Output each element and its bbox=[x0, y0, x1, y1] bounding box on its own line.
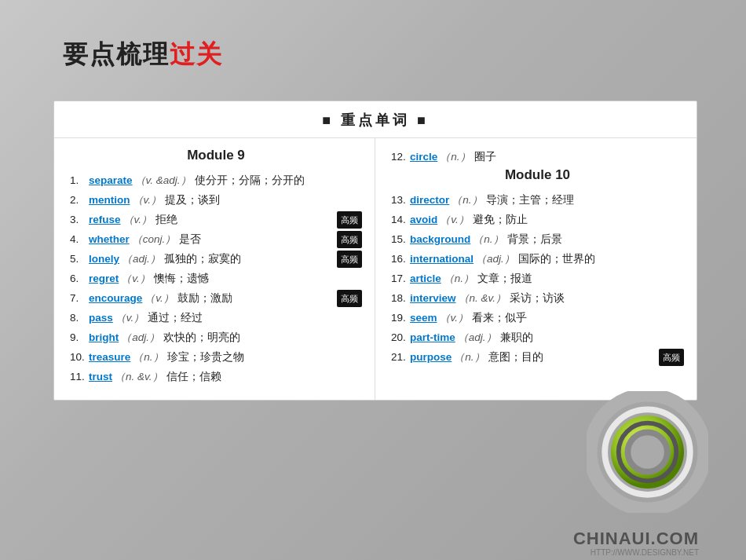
vocab-item-lonely: 5. lonely （adj.） 孤独的；寂寞的 高频 bbox=[70, 250, 362, 269]
title-area: 要点梳理过关 bbox=[63, 38, 223, 72]
vocab-item-director: 13. director （n.） 导演；主管；经理 bbox=[391, 191, 684, 210]
vocab-item-treasure: 10. treasure （n.） 珍宝；珍贵之物 bbox=[70, 348, 362, 368]
badge-purpose: 高频 bbox=[659, 349, 684, 366]
badge-refuse: 高频 bbox=[337, 211, 362, 229]
vocab-item-circle: 12. circle （n.） 圈子 bbox=[391, 148, 684, 167]
vocab-item-mention: 2. mention （v.） 提及；谈到 bbox=[70, 191, 362, 210]
decorative-circle bbox=[587, 391, 708, 513]
vocab-item-seem: 19. seem （v.） 看来；似乎 bbox=[391, 309, 684, 328]
vocab-item-purpose: 21. purpose （n.） 意图；目的 高频 bbox=[391, 348, 684, 368]
vocab-item-interview: 18. interview （n. &v.） 采访；访谈 bbox=[391, 289, 684, 309]
url-watermark: HTTP://WWW.DESIGNBY.NET bbox=[591, 548, 699, 557]
vocab-card: ■ 重点单词 ■ Module 9 1. separate （v. &adj.）… bbox=[53, 101, 697, 401]
vocab-item-bright: 9. bright （adj.） 欢快的；明亮的 bbox=[70, 328, 362, 348]
watermark: CHINAUI.COM bbox=[573, 529, 699, 549]
card-body: Module 9 1. separate （v. &adj.） 使分开；分隔；分… bbox=[54, 138, 697, 400]
module9-column: Module 9 1. separate （v. &adj.） 使分开；分隔；分… bbox=[54, 138, 375, 400]
vocab-item-regret: 6. regret （v.） 懊悔；遗憾 bbox=[70, 269, 362, 289]
module9-title: Module 9 bbox=[70, 148, 362, 163]
title-text: 要点梳理过关 bbox=[63, 40, 223, 68]
vocab-item-international: 16. international （adj.） 国际的；世界的 bbox=[391, 250, 684, 269]
badge-encourage: 高频 bbox=[337, 290, 362, 307]
badge-lonely: 高频 bbox=[337, 251, 362, 268]
vocab-item-avoid: 14. avoid （v.） 避免；防止 bbox=[391, 210, 684, 230]
vocab-item-pass: 8. pass （v.） 通过；经过 bbox=[70, 309, 362, 328]
module10-column: 12. circle （n.） 圈子 Module 10 13. directo… bbox=[375, 138, 697, 400]
module10-title: Module 10 bbox=[391, 167, 684, 183]
vocab-item-part-time: 20. part-time （adj.） 兼职的 bbox=[391, 328, 684, 348]
vocab-item-trust: 11. trust （n. &v.） 信任；信赖 bbox=[70, 368, 362, 387]
vocab-item-whether: 4. whether （conj.） 是否 高频 bbox=[70, 230, 362, 250]
vocab-item-background: 15. background （n.） 背景；后景 bbox=[391, 230, 684, 250]
title-highlight: 过关 bbox=[170, 40, 223, 68]
vocab-item-separate: 1. separate （v. &adj.） 使分开；分隔；分开的 bbox=[70, 171, 362, 191]
vocab-item-article: 17. article （n.） 文章；报道 bbox=[391, 269, 684, 289]
card-header: ■ 重点单词 ■ bbox=[54, 101, 697, 138]
vocab-item-encourage: 7. encourage （v.） 鼓励；激励 高频 bbox=[70, 289, 362, 309]
svg-point-5 bbox=[631, 435, 664, 469]
title-prefix: 要点梳理 bbox=[63, 40, 170, 68]
badge-whether: 高频 bbox=[337, 231, 362, 248]
vocab-item-refuse: 3. refuse （v.） 拒绝 高频 bbox=[70, 210, 362, 230]
